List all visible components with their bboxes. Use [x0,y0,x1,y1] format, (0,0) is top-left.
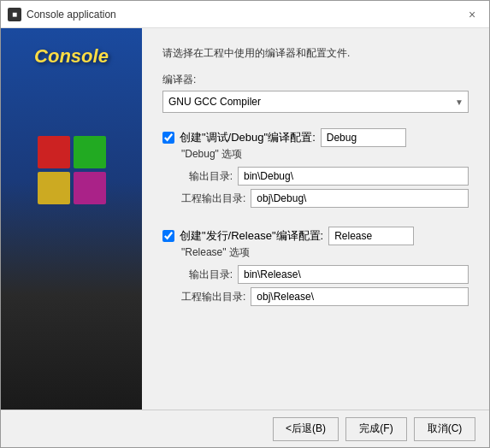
release-checkbox[interactable] [162,230,174,242]
cancel-button[interactable]: 取消(C) [414,417,475,441]
release-obj-dir-input[interactable] [251,287,469,306]
compiler-select[interactable]: GNU GCC Compiler [162,91,469,113]
app-icon: ■ [8,8,21,21]
release-obj-dir-label: 工程输出目录: [181,290,245,304]
release-obj-dir-row: 工程输出目录: [181,287,469,306]
colorblocks-icon [38,136,106,204]
debug-obj-dir-input[interactable] [251,189,469,208]
release-config-section: 创建"发行/Release"编译配置: "Release" 选项 输出目录: 工… [162,223,469,309]
debug-obj-dir-label: 工程输出目录: [181,192,245,206]
title-bar-left: ■ Console application [8,8,116,21]
release-output-dir-label: 输出目录: [181,268,233,282]
block-green [74,136,106,168]
release-options-group: "Release" 选项 输出目录: 工程输出目录: [181,245,469,306]
debug-config-name-input[interactable] [321,128,406,147]
compiler-section: 编译器: GNU GCC Compiler ▼ [162,73,469,113]
back-button[interactable]: <后退(B) [273,417,339,441]
debug-output-dir-input[interactable] [238,167,469,186]
debug-output-dir-row: 输出目录: [181,167,469,186]
right-panel: 请选择在工程中使用的编译器和配置文件. 编译器: GNU GCC Compile… [142,28,489,410]
block-red [38,136,70,168]
debug-output-dir-label: 输出目录: [181,169,233,184]
finish-button[interactable]: 完成(F) [345,417,407,441]
debug-obj-dir-row: 工程输出目录: [181,189,469,208]
window-title: Console application [27,9,116,21]
left-panel: Console [1,28,142,410]
release-checkbox-label: 创建"发行/Release"编译配置: [180,228,323,244]
close-button[interactable]: × [462,4,482,25]
debug-checkbox[interactable] [162,132,174,144]
title-bar: ■ Console application × [1,1,489,28]
console-header: Console [34,45,109,93]
console-label: Console [34,45,109,68]
release-output-dir-row: 输出目录: [181,265,469,284]
release-options-title: "Release" 选项 [181,245,469,260]
bottom-bar: <后退(B) 完成(F) 取消(C) [1,410,489,447]
debug-options-group: "Debug" 选项 输出目录: 工程输出目录: [181,147,469,208]
release-output-dir-input[interactable] [238,265,469,284]
compiler-label: 编译器: [162,73,469,87]
intro-text: 请选择在工程中使用的编译器和配置文件. [162,45,469,61]
debug-checkbox-row: 创建"调试/Debug"编译配置: [162,128,469,147]
debug-options-title: "Debug" 选项 [181,147,469,162]
release-checkbox-row: 创建"发行/Release"编译配置: [162,227,469,245]
debug-checkbox-label: 创建"调试/Debug"编译配置: [180,130,316,145]
block-yellow [38,172,70,204]
debug-config-section: 创建"调试/Debug"编译配置: "Debug" 选项 输出目录: 工程输出目… [162,125,469,211]
main-window: ■ Console application × Console 请选择在工程中使… [0,0,490,448]
content-area: Console 请选择在工程中使用的编译器和配置文件. 编译器: GNU GCC… [1,28,489,410]
compiler-select-wrapper: GNU GCC Compiler ▼ [162,91,469,113]
block-magenta [74,172,106,204]
release-config-name-input[interactable] [328,227,414,245]
